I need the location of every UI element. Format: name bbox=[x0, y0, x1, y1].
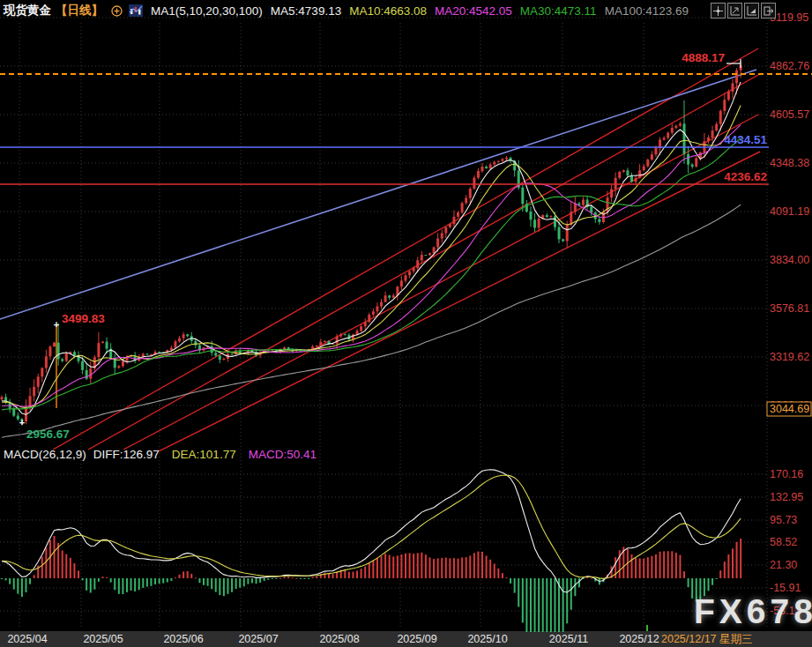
ma5-value: MA5:4739.13 bbox=[271, 4, 341, 18]
kline-style-icon[interactable] bbox=[129, 4, 143, 17]
svg-text:2025/11: 2025/11 bbox=[549, 633, 588, 645]
svg-text:58.52: 58.52 bbox=[770, 536, 797, 548]
collapse-indicator-icon[interactable] bbox=[111, 5, 123, 17]
svg-text:4236.62: 4236.62 bbox=[724, 170, 767, 183]
chart-canvas[interactable]: 5119.954862.764605.574348.384091.193834.… bbox=[0, 0, 812, 647]
svg-text:2025/08: 2025/08 bbox=[319, 633, 359, 645]
svg-text:3576.81: 3576.81 bbox=[770, 302, 809, 315]
svg-text:21.30: 21.30 bbox=[770, 559, 797, 571]
svg-text:2025/06: 2025/06 bbox=[163, 633, 203, 645]
interval-label: 【日线】 bbox=[56, 3, 103, 19]
svg-text:3499.83: 3499.83 bbox=[62, 312, 105, 325]
pan-crosshair-icon[interactable] bbox=[711, 3, 726, 19]
svg-text:4605.57: 4605.57 bbox=[770, 108, 809, 121]
svg-text:2956.67: 2956.67 bbox=[26, 428, 70, 441]
svg-text:4348.38: 4348.38 bbox=[770, 157, 809, 169]
svg-text:2025/12/17 星期三: 2025/12/17 星期三 bbox=[661, 633, 753, 645]
svg-text:2025/10: 2025/10 bbox=[467, 633, 507, 645]
svg-text:2025/07: 2025/07 bbox=[238, 633, 278, 645]
exit-chart-icon[interactable] bbox=[761, 3, 776, 19]
svg-text:2025/05: 2025/05 bbox=[83, 633, 123, 645]
svg-text:+: + bbox=[54, 319, 59, 330]
svg-text:95.73: 95.73 bbox=[770, 514, 797, 526]
ma100-value: MA100:4123.69 bbox=[605, 4, 689, 18]
macd-value: MACD:50.41 bbox=[249, 448, 317, 461]
macd-header: MACD(26,12,9) DIFF:126.97 DEA:101.77 MAC… bbox=[4, 448, 317, 461]
ma30-value: MA30:4473.11 bbox=[520, 4, 597, 18]
y-axis-auto-fit-icon[interactable] bbox=[744, 3, 759, 19]
svg-text:3044.69: 3044.69 bbox=[770, 403, 809, 415]
svg-text:2025/12: 2025/12 bbox=[619, 633, 659, 645]
diff-value: DIFF:126.97 bbox=[93, 448, 160, 461]
dea-value: DEA:101.77 bbox=[172, 448, 236, 461]
ma-group-label: MA1(5,10,20,30,100) bbox=[151, 4, 263, 18]
ma20-value: MA20:4542.05 bbox=[435, 4, 512, 18]
svg-text:4862.76: 4862.76 bbox=[770, 60, 809, 72]
svg-text:3834.00: 3834.00 bbox=[770, 254, 809, 266]
svg-text:2025/04: 2025/04 bbox=[7, 633, 47, 645]
svg-text:4091.19: 4091.19 bbox=[770, 205, 809, 218]
chart-legend: 现货黄金 【日线】 MA1(5,10,20,30,100) MA5:4739.1… bbox=[4, 2, 689, 19]
y-axis-zoom-in-icon[interactable] bbox=[727, 3, 742, 19]
chart-window: 5119.954862.764605.574348.384091.193834.… bbox=[0, 0, 812, 647]
svg-text:3319.62: 3319.62 bbox=[770, 351, 809, 363]
svg-text:+: + bbox=[19, 417, 25, 428]
macd-formula: MACD(26,12,9) bbox=[4, 448, 86, 461]
svg-text:170.16: 170.16 bbox=[770, 468, 803, 480]
fx678-watermark: FX678 bbox=[694, 592, 812, 631]
symbol-name: 现货黄金 bbox=[4, 3, 51, 19]
chart-toolbar bbox=[711, 3, 776, 19]
svg-text:2025/09: 2025/09 bbox=[397, 633, 436, 645]
svg-text:4888.17: 4888.17 bbox=[682, 51, 725, 64]
svg-text:4434.51: 4434.51 bbox=[724, 133, 767, 146]
ma10-value: MA10:4663.08 bbox=[349, 4, 427, 18]
svg-text:132.95: 132.95 bbox=[770, 491, 803, 503]
